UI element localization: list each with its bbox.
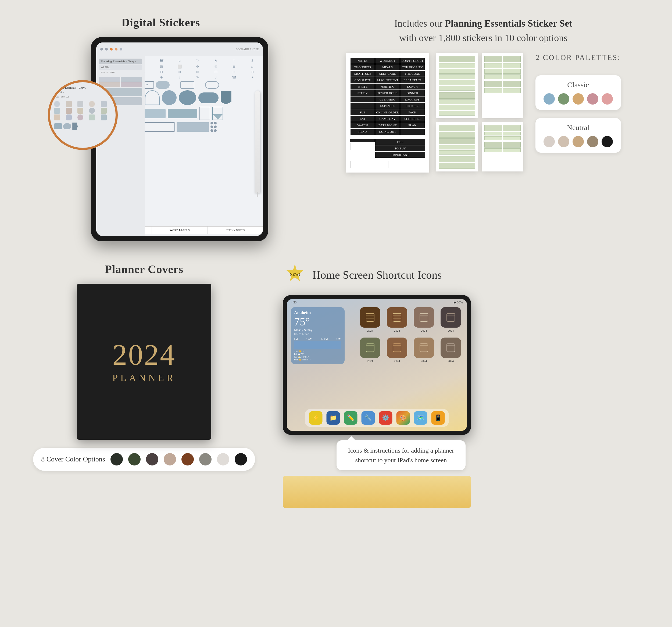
classic-color-1 xyxy=(544,93,555,104)
neutral-color-1 xyxy=(544,136,555,147)
ipad-dock: ⚡ 📁 ✏️ 🔧 ⚙️ 🎨 🗺️ 📱 xyxy=(305,409,449,427)
icon-food: ⊕ xyxy=(171,70,188,74)
tab-word-labels[interactable]: WORD LABELS xyxy=(152,226,208,234)
app-icon-8[interactable]: 2024 xyxy=(440,338,461,363)
app-icon-img-3 xyxy=(414,307,434,328)
planner-label: PLANNER xyxy=(112,372,176,384)
green-grid-1 xyxy=(439,56,475,116)
wl-watch: WATCH xyxy=(351,122,375,128)
sticker-thumb xyxy=(54,108,60,114)
weather-detail: H:77° L:64° xyxy=(294,332,341,335)
top-section: Digital Stickers Planning Essentials - G… xyxy=(0,0,672,252)
dock-icon-8[interactable]: 📱 xyxy=(431,411,445,425)
icon-mail: ✉ xyxy=(208,65,225,69)
wl-complete: COMPLETE xyxy=(351,77,375,83)
app-icons-grid: 2024 2024 xyxy=(359,307,461,363)
app-icon-1[interactable]: 2024 xyxy=(359,307,381,332)
app-icon-img-8 xyxy=(440,338,461,358)
app-icon-img-2 xyxy=(387,307,407,328)
weather-city: Anaheim xyxy=(294,310,341,315)
app-icon-3[interactable]: 2024 xyxy=(413,307,435,332)
sidebar-item-2[interactable]: ash Pla... xyxy=(99,65,142,70)
tablet-main: Planning Essentials - Gray › ash Pla... … xyxy=(96,56,263,226)
palette-title: 2 COLOR PALETTES: xyxy=(535,53,621,62)
wl-due: DUE xyxy=(375,139,425,145)
app-icon-6[interactable]: 2024 xyxy=(386,338,408,363)
wl-dinner: DINNER xyxy=(400,90,425,96)
ipad-frame: 4:53 ▶ 30% Anaheim 75° Mostly Sunny H:77… xyxy=(283,295,471,435)
app-icon-7[interactable]: 2024 xyxy=(413,338,435,363)
icon-note: ♩ xyxy=(208,75,225,79)
shape-outline-wide xyxy=(143,122,175,132)
wl-onlineorder: ONLINE ORDER xyxy=(375,110,400,115)
shape-gray-wide xyxy=(176,122,209,132)
sidebar-item-1[interactable]: Planning Essentials - Gray › xyxy=(99,58,142,64)
app-icon-label-2: 2024 xyxy=(394,329,400,332)
svg-rect-18 xyxy=(393,344,401,352)
icon-key: ⊠ xyxy=(189,70,207,74)
app-icon-label-7: 2024 xyxy=(421,359,427,363)
shape-rect-outlined xyxy=(181,81,194,89)
dock-icon-1[interactable]: ⚡ xyxy=(309,411,322,425)
app-icon-2[interactable]: 2024 xyxy=(386,307,408,332)
green-sheet-1 xyxy=(436,53,478,118)
svg-rect-20 xyxy=(420,344,428,352)
cover-colors-label: 8 Cover Color Options xyxy=(41,455,105,463)
sticker-thumb xyxy=(77,108,83,114)
wl-toppriority: TOP PRIORITY xyxy=(400,64,425,70)
orange-strip xyxy=(283,476,471,508)
wl-meals: MEALS xyxy=(375,64,400,70)
dock-icon-4[interactable]: 🔧 xyxy=(362,411,375,425)
overlay-item2: ash Pla... xyxy=(54,90,112,93)
classic-color-3 xyxy=(573,93,584,104)
wl-cleaning: CLEANING xyxy=(375,96,400,102)
app-icon-img-1 xyxy=(360,307,380,328)
wl-eat: EAT xyxy=(351,116,375,122)
dock-icon-5[interactable]: ⚙️ xyxy=(379,411,392,425)
app-icon-4[interactable]: 2024 xyxy=(440,307,461,332)
wl-reminder-box xyxy=(388,161,425,168)
planner-book: 2024 PLANNER xyxy=(77,284,211,440)
svg-rect-2 xyxy=(366,313,374,321)
shape-spacer xyxy=(171,81,179,89)
shape-bookmark-outline2 xyxy=(212,107,223,120)
sticker-thumb xyxy=(54,115,60,120)
wl-empty2 xyxy=(351,103,375,109)
tab-dot-1 xyxy=(100,48,103,50)
wl-selfcare: SELF-CARE xyxy=(375,71,400,77)
shape-spacer2 xyxy=(196,81,203,89)
dock-icon-7[interactable]: 🗺️ xyxy=(414,411,427,425)
green-sheet-2 xyxy=(482,53,523,118)
tab-dot-2 xyxy=(105,48,108,50)
app-icon-5[interactable]: 2024 xyxy=(359,338,381,363)
classic-color-4 xyxy=(587,93,598,104)
wl-breakfast: BREAKFAST xyxy=(400,77,425,83)
wl-study: STUDY xyxy=(351,90,375,96)
app-icon-label-8: 2024 xyxy=(448,359,454,363)
dock-icon-6[interactable]: 🎨 xyxy=(397,411,410,425)
wl-datenight: DATE NIGHT xyxy=(375,122,400,128)
wl-due-label xyxy=(350,139,375,142)
weather-temp: 75° xyxy=(294,315,341,328)
wl-notes: NOTES xyxy=(351,58,375,64)
icon-pin: † xyxy=(225,58,243,63)
cover-color-7 xyxy=(217,453,229,465)
dock-icon-2[interactable]: 📁 xyxy=(327,411,340,425)
icon-car2: ⊕ xyxy=(225,70,243,74)
dock-icon-3[interactable]: ✏️ xyxy=(344,411,358,425)
wl-input-row xyxy=(349,160,426,169)
app-icon-img-7 xyxy=(414,338,434,358)
green-sheet-4 xyxy=(482,122,523,171)
cover-color-2 xyxy=(128,453,141,465)
neutral-color-dots xyxy=(544,136,613,147)
wl-tobuy: TO BUY xyxy=(375,145,425,151)
ipad-battery: ▶ 30% xyxy=(454,300,463,305)
overlay-shapes xyxy=(54,123,112,130)
shape-circle-fill xyxy=(162,90,176,105)
wl-empty1 xyxy=(351,96,375,102)
shape-pill-outlined xyxy=(205,81,219,89)
svg-rect-10 xyxy=(420,313,428,321)
app-icon-img-6 xyxy=(387,338,407,358)
cover-color-4 xyxy=(164,453,176,465)
tab-sticky-notes[interactable]: STICKY NOTES xyxy=(208,226,263,234)
